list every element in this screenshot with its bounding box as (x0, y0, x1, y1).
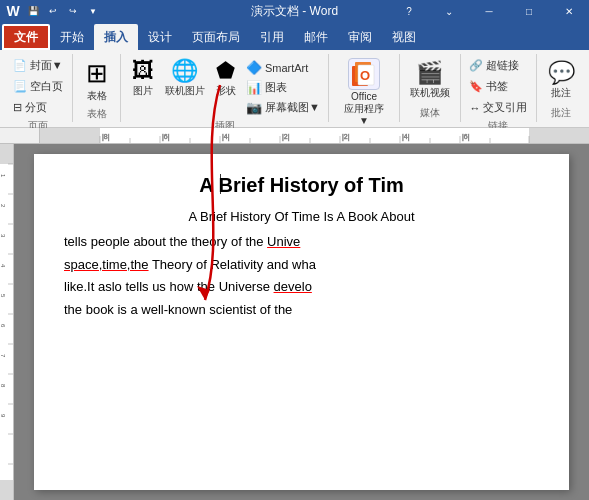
screenshot-icon: 📷 (246, 100, 262, 115)
tab-design[interactable]: 设计 (138, 24, 182, 50)
cover-icon: 📄 (13, 59, 27, 72)
btn-office-apps[interactable]: O Office应用程序▼ (335, 56, 393, 129)
tab-mailings[interactable]: 邮件 (294, 24, 338, 50)
page-break-icon: ⊟ (13, 101, 22, 114)
btn-smartart[interactable]: 🔷 SmartArt (243, 58, 323, 77)
tab-file[interactable]: 文件 (2, 24, 50, 50)
btn-hyperlink[interactable]: 🔗 超链接 (466, 56, 522, 75)
tab-layout[interactable]: 页面布局 (182, 24, 250, 50)
btn-online-video[interactable]: 🎬 联机视频 (406, 58, 454, 102)
title-bar: W 💾 ↩ ↪ ▼ 演示文档 - Word ? ⌄ ─ □ ✕ (0, 0, 589, 22)
maximize-btn[interactable]: □ (509, 0, 549, 22)
tab-review[interactable]: 审阅 (338, 24, 382, 50)
tab-home[interactable]: 开始 (50, 24, 94, 50)
doc-paragraph-5: the book is a well-known scientist of th… (64, 300, 539, 321)
tab-view[interactable]: 视图 (382, 24, 426, 50)
bookmark-icon: 🔖 (469, 80, 483, 93)
chart-icon: 📊 (246, 80, 262, 95)
btn-screenshot[interactable]: 📷 屏幕截图▼ (243, 98, 323, 117)
smartart-icon: 🔷 (246, 60, 262, 75)
underlined-word-3: develo (274, 279, 312, 294)
doc-area: A Brief History of Tim A Brief History O… (14, 144, 589, 500)
btn-comment[interactable]: 💬 批注 (543, 58, 579, 102)
doc-paragraph-3: space,time,the Theory of Relativity and … (64, 255, 539, 276)
customize-quick-btn[interactable]: ▼ (84, 2, 102, 20)
group-table: ⊞ 表格 表格 (73, 54, 122, 122)
window-title: 演示文档 - Word (251, 3, 338, 20)
svg-text:|2|: |2| (282, 133, 290, 141)
btn-shape[interactable]: ⬟ 形状 (211, 56, 241, 100)
window-controls: ? ⌄ ─ □ ✕ (389, 0, 589, 22)
ruler-svg: |8| |6| |4| |2| |2| |4| |6| (40, 128, 589, 144)
svg-text:|4|: |4| (222, 133, 230, 141)
doc-page: A Brief History of Tim A Brief History O… (34, 154, 569, 490)
svg-text:|6|: |6| (462, 133, 470, 141)
minimize-btn[interactable]: ─ (469, 0, 509, 22)
ruler-vertical: 1 2 3 4 5 6 7 8 9 (0, 144, 14, 500)
btn-online-picture[interactable]: 🌐 联机图片 (161, 56, 209, 100)
word-logo: W (4, 2, 22, 20)
shape-icon: ⬟ (216, 58, 235, 84)
ribbon-toggle-btn[interactable]: ⌄ (429, 0, 469, 22)
btn-chart[interactable]: 📊 图表 (243, 78, 323, 97)
doc-paragraph-1: A Brief History Of Time Is A Book About (64, 207, 539, 228)
close-btn[interactable]: ✕ (549, 0, 589, 22)
crossref-icon: ↔ (469, 102, 480, 114)
ruler-corner (0, 128, 40, 144)
group-media: 🎬 联机视频 媒体 (400, 54, 461, 122)
online-picture-icon: 🌐 (171, 58, 198, 84)
doc-title: A Brief History of Tim (64, 174, 539, 197)
btn-picture[interactable]: 🖼 图片 (127, 56, 159, 100)
svg-rect-30 (0, 164, 14, 480)
hyperlink-icon: 🔗 (469, 59, 483, 72)
doc-paragraph-4: like.It aslo tells us how the Universe d… (64, 277, 539, 298)
redo-quick-btn[interactable]: ↪ (64, 2, 82, 20)
blank-page-icon: 📃 (13, 80, 27, 93)
ruler-v-svg: 1 2 3 4 5 6 7 8 9 (0, 144, 14, 500)
video-icon: 🎬 (416, 60, 443, 86)
table-icon: ⊞ (86, 58, 108, 89)
svg-text:|8|: |8| (102, 133, 110, 141)
group-media-label: 媒体 (420, 106, 440, 122)
ruler-horizontal: |8| |6| |4| |2| |2| |4| |6| (40, 128, 589, 144)
btn-bookmark[interactable]: 🔖 书签 (466, 77, 511, 96)
ribbon-content: 📄 封面▼ 📃 空白页 ⊟ 分页 页面 ⊞ 表格 表格 (0, 50, 589, 128)
svg-text:|4|: |4| (402, 133, 410, 141)
btn-page-break[interactable]: ⊟ 分页 (10, 98, 50, 117)
comment-icon: 💬 (548, 60, 575, 86)
btn-blank-page[interactable]: 📃 空白页 (10, 77, 66, 96)
tab-insert[interactable]: 插入 (94, 24, 138, 50)
doc-body: A Brief History Of Time Is A Book About … (64, 207, 539, 321)
group-table-label: 表格 (87, 107, 107, 123)
tab-references[interactable]: 引用 (250, 24, 294, 50)
group-links: 🔗 超链接 🔖 书签 ↔ 交叉引用 链接 (461, 54, 538, 122)
office-apps-label: Office应用程序▼ (339, 91, 389, 127)
btn-table[interactable]: ⊞ 表格 (79, 56, 115, 105)
help-btn[interactable]: ? (389, 0, 429, 22)
save-quick-btn[interactable]: 💾 (24, 2, 42, 20)
btn-cover[interactable]: 📄 封面▼ (10, 56, 66, 75)
office-apps-icon: O (350, 60, 378, 88)
group-page: 📄 封面▼ 📃 空白页 ⊟ 分页 页面 (4, 54, 73, 122)
btn-crossref[interactable]: ↔ 交叉引用 (466, 98, 530, 117)
svg-text:|6|: |6| (162, 133, 170, 141)
group-comments-label: 批注 (551, 106, 571, 122)
doc-paragraph-2: tells people about the theory of the Uni… (64, 232, 539, 253)
undo-quick-btn[interactable]: ↩ (44, 2, 62, 20)
svg-text:|2|: |2| (342, 133, 350, 141)
group-apps: O Office应用程序▼ 应用程序 (329, 54, 400, 122)
svg-text:O: O (360, 68, 370, 83)
ribbon-tab-bar: 文件 开始 插入 设计 页面布局 引用 邮件 审阅 视图 (0, 22, 589, 50)
group-illustration: 🖼 图片 🌐 联机图片 ⬟ 形状 🔷 SmartArt 📊 (121, 54, 329, 122)
underlined-word-1: Unive (267, 234, 300, 249)
ruler-area: |8| |6| |4| |2| |2| |4| |6| (0, 128, 589, 144)
quick-access-toolbar: W 💾 ↩ ↪ ▼ (4, 2, 102, 20)
svg-rect-5 (40, 128, 100, 144)
underlined-word-2: space,time,the (64, 257, 149, 272)
svg-rect-4 (40, 128, 589, 144)
main-area: 1 2 3 4 5 6 7 8 9 A Brief History of Tim… (0, 144, 589, 500)
svg-rect-6 (529, 128, 589, 144)
picture-icon: 🖼 (132, 58, 154, 84)
text-cursor (220, 174, 221, 194)
group-comments: 💬 批注 批注 (537, 54, 585, 122)
